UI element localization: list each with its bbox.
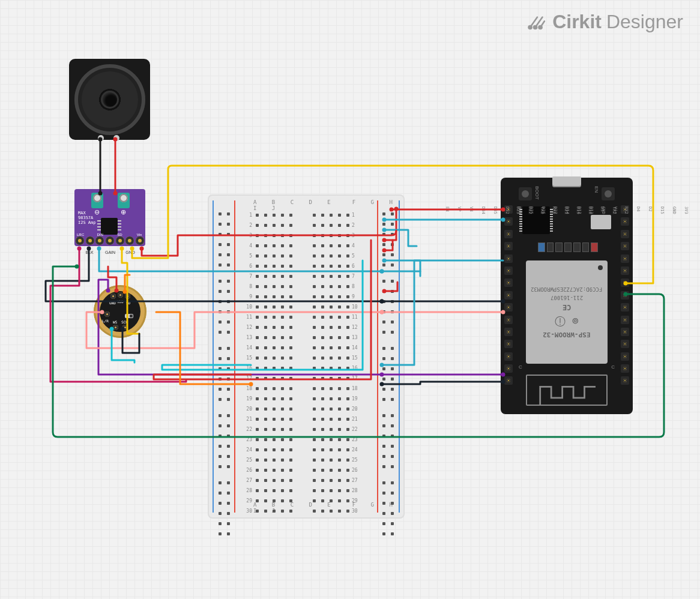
esp-usb-port-icon: [552, 176, 581, 187]
esp-smd-row: [538, 242, 598, 252]
amp-pin-gain[interactable]: [106, 236, 114, 245]
amp-terminal-neg[interactable]: [91, 193, 103, 208]
speaker-component[interactable]: [69, 59, 150, 140]
amp-pin-gnd[interactable]: [125, 236, 134, 245]
mic-pin-gnd[interactable]: [110, 293, 116, 299]
esp-pin-d25[interactable]: [621, 291, 629, 300]
esp-pin-d12[interactable]: [621, 242, 629, 250]
esp-pin-tx2[interactable]: [504, 278, 513, 287]
amp-pinlabels-bottom: BLKGAINGND: [74, 250, 145, 254]
bb-col-labels-top: A B C D EF G H I J: [253, 199, 405, 211]
bb-railholes-3: [382, 212, 385, 549]
esp-pin-d14[interactable]: [621, 254, 629, 263]
esp-pin-d21[interactable]: [504, 328, 513, 336]
bb-railholes-2: [227, 212, 230, 549]
esp-pin-gnd[interactable]: [621, 217, 629, 226]
amplifier-component[interactable]: ⊖ ⊕ MAX 98357A I2S Amp LRCDINSDVin BLKGA…: [74, 189, 145, 246]
esp-cap-label-r: C: [611, 364, 615, 370]
esp-pin-rx0[interactable]: [504, 340, 513, 348]
esp-wroom-shield: FCC9D:2AC7Z2ESPWROOM32 211-161007 CE ⊚ ⓘ…: [526, 260, 608, 364]
svg-point-44: [75, 265, 79, 269]
bb-rail-left-pos: [234, 200, 235, 513]
svg-point-1: [534, 25, 537, 28]
amp-pin-blk[interactable]: [86, 236, 94, 245]
speaker-cone: [74, 64, 145, 135]
esp-pin-d18[interactable]: [504, 303, 513, 312]
bb-rail-right-neg: [399, 200, 400, 513]
amp-pin-lrc[interactable]: [76, 236, 84, 245]
esp-en-button[interactable]: [602, 187, 615, 200]
esp-pin-labels-right: VinGNDD13D12D14D27D26D25D33D32D35D34VNVP…: [443, 206, 620, 215]
mic-lr-switch-icon: [125, 314, 133, 318]
mic-pin-lr[interactable]: [104, 312, 110, 317]
esp-boot-label: BOOT: [534, 186, 540, 200]
esp-pin-header-right: [621, 205, 629, 385]
microphone-component[interactable]: GND VDD SD L/R WS SCK: [94, 285, 146, 338]
amp-terminal-pos[interactable]: [118, 193, 130, 208]
esp-pin-d26[interactable]: [621, 278, 629, 287]
mic-pcb: GND VDD SD L/R WS SCK: [100, 291, 140, 332]
bb-rows: 1122334455667788991010111112121313141415…: [244, 210, 360, 516]
esp-pin-gnd[interactable]: [504, 217, 513, 226]
esp-pin-d5[interactable]: [504, 291, 513, 300]
esp-regulator-icon: [591, 215, 611, 229]
esp-pin-d2[interactable]: [504, 242, 513, 250]
esp-pin-d34[interactable]: [621, 340, 629, 348]
esp-pin-d23[interactable]: [504, 376, 513, 385]
watermark: Cirkit Designer: [527, 11, 683, 33]
cirkit-logo-icon: [527, 12, 548, 32]
circuit-canvas[interactable]: Cirkit Designer ⊖ ⊕ MAX 98357A I2S Amp L…: [0, 0, 700, 599]
esp-pin-header-left: [504, 205, 513, 385]
svg-point-0: [529, 25, 532, 28]
esp-pin-d13[interactable]: [621, 230, 629, 238]
breadboard-component[interactable]: A B C D EF G H I J A B C D EF G H I J 11…: [208, 194, 405, 519]
mic-pin-vdd[interactable]: [118, 292, 123, 298]
amp-pin-header: [76, 236, 144, 245]
esp-pin-d32[interactable]: [621, 316, 629, 324]
bb-rail-left-neg: [213, 200, 214, 513]
esp32-component[interactable]: BOOT EN FCC9D:2AC7Z2ESPWROOM32 211-16100…: [501, 178, 633, 414]
amp-pin-din[interactable]: [95, 236, 104, 245]
speaker-pin-neg[interactable]: [98, 135, 104, 141]
esp-antenna-icon: [526, 375, 608, 406]
esp-pin-d4[interactable]: [504, 254, 513, 263]
watermark-brand: Cirkit: [552, 11, 602, 33]
amp-pin-vin[interactable]: [136, 236, 144, 245]
esp-pin-vp[interactable]: [621, 364, 629, 373]
svg-point-2: [539, 25, 542, 28]
bb-railholes-1: [219, 212, 222, 549]
speaker-pin-pos[interactable]: [113, 135, 119, 141]
esp-pin-d19[interactable]: [504, 316, 513, 324]
esp-pin-d15[interactable]: [504, 230, 513, 238]
esp-boot-button[interactable]: [519, 187, 532, 200]
esp-en-label: EN: [594, 186, 599, 193]
wifi-icon: ⊚ ⓘ: [555, 314, 579, 328]
esp-pin-d22[interactable]: [504, 364, 513, 373]
esp-pin-tx0[interactable]: [504, 352, 513, 361]
amp-sym-pos: ⊕: [121, 208, 126, 216]
esp-pin-d33[interactable]: [621, 303, 629, 312]
bb-railholes-4: [391, 212, 394, 549]
esp-pin-vn[interactable]: [621, 352, 629, 361]
amp-pin-sd[interactable]: [116, 236, 124, 245]
watermark-product: Designer: [606, 11, 683, 33]
esp-pin-d27[interactable]: [621, 266, 629, 275]
esp-pin-en[interactable]: [621, 376, 629, 385]
mic-pin-ws[interactable]: [113, 325, 118, 330]
mic-pin-sck[interactable]: [122, 325, 128, 330]
esp-pin-rx2[interactable]: [504, 266, 513, 275]
mic-pin-sd[interactable]: [125, 293, 130, 299]
esp-pin-d35[interactable]: [621, 328, 629, 336]
amp-chip-icon: [101, 218, 118, 235]
esp-cap-label-l: C: [519, 364, 522, 370]
bb-rail-right-pos: [377, 200, 378, 513]
amp-silk: MAX 98357A I2S Amp: [78, 211, 96, 225]
